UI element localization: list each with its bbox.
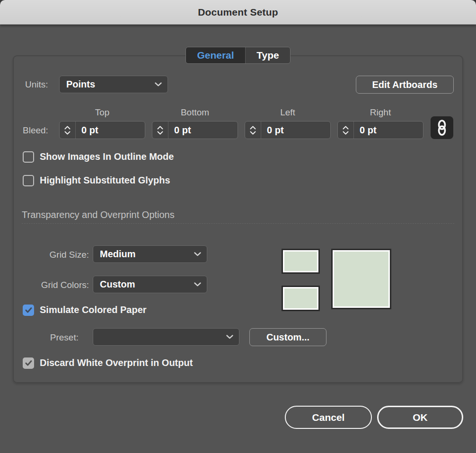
chevron-down-icon [155,82,162,87]
show-images-outline-checkbox[interactable] [23,151,34,163]
grid-color-swatch-small-bottom [282,286,320,311]
bleed-col-right: Right [337,107,423,118]
document-setup-dialog: Document Setup General Type Units: Point… [0,0,476,453]
chevron-down-icon [194,252,201,256]
grid-color-swatch-small-top [282,249,320,274]
bleed-right-field: 0 pt [337,121,423,139]
chevron-down-icon [343,131,349,135]
tab-type[interactable]: Type [245,47,290,63]
highlight-substituted-glyphs-label: Highlight Substituted Glyphs [40,175,170,186]
edit-artboards-button[interactable]: Edit Artboards [356,76,454,94]
grid-size-value: Medium [100,249,136,260]
grid-colors-label: Grid Colors: [0,280,89,290]
bleed-top-input[interactable]: 0 pt [76,122,145,139]
units-value: Points [66,79,95,90]
grid-colors-dropdown[interactable]: Custom [93,276,207,293]
bleed-link-button[interactable] [431,116,453,139]
grid-colors-value: Custom [100,279,135,290]
chevron-down-icon [194,282,201,287]
bleed-col-bottom: Bottom [152,107,238,118]
grid-size-dropdown[interactable]: Medium [93,245,207,263]
highlight-substituted-glyphs-checkbox[interactable] [23,175,34,186]
units-dropdown[interactable]: Points [59,76,168,93]
chevron-down-icon [64,131,71,135]
bleed-top-field: 0 pt [59,121,145,139]
chevron-down-icon [226,335,233,339]
bleed-right-stepper[interactable] [338,122,354,139]
custom-button[interactable]: Custom... [249,328,326,346]
preset-dropdown[interactable] [93,328,239,346]
units-label: Units: [25,79,48,90]
bleed-left-stepper[interactable] [245,122,261,139]
discard-white-overprint-checkbox[interactable] [23,357,34,369]
grid-color-swatch-large [331,249,391,309]
bleed-label: Bleed: [23,125,48,136]
tab-type-label: Type [256,50,279,61]
check-icon [25,307,32,313]
discard-white-overprint-label: Discard White Overprint in Output [40,357,193,368]
bleed-col-top: Top [59,107,145,118]
bleed-left-field: 0 pt [245,121,331,139]
chevron-down-icon [250,131,256,135]
bleed-right-input[interactable]: 0 pt [354,122,423,139]
tab-general[interactable]: General [186,47,245,63]
bleed-bottom-stepper[interactable] [152,122,168,139]
check-icon [25,360,32,366]
grid-size-label: Grid Size: [0,250,89,260]
tab-general-label: General [197,50,234,61]
bleed-bottom-field: 0 pt [152,121,238,139]
simulate-colored-paper-label: Simulate Colored Paper [40,305,147,315]
chevron-up-icon [343,126,349,130]
ok-button[interactable]: OK [377,406,463,429]
bleed-top-stepper[interactable] [60,122,76,139]
section-divider [22,223,454,224]
chevron-down-icon [157,131,163,135]
simulate-colored-paper-checkbox[interactable] [23,305,34,316]
cancel-button[interactable]: Cancel [285,406,372,429]
bleed-left-input[interactable]: 0 pt [261,122,330,139]
titlebar[interactable]: Document Setup [0,0,476,25]
chevron-up-icon [157,126,163,130]
link-icon [436,120,448,136]
preset-label: Preset: [0,332,79,343]
show-images-outline-label: Show Images In Outline Mode [40,151,174,162]
chevron-up-icon [64,126,71,130]
bleed-bottom-input[interactable]: 0 pt [168,122,238,139]
chevron-up-icon [250,126,256,130]
transparency-section-title: Transparency and Overprint Options [22,209,175,220]
tab-group: General Type [185,47,291,64]
window-title: Document Setup [198,7,278,18]
bleed-col-left: Left [245,107,331,118]
